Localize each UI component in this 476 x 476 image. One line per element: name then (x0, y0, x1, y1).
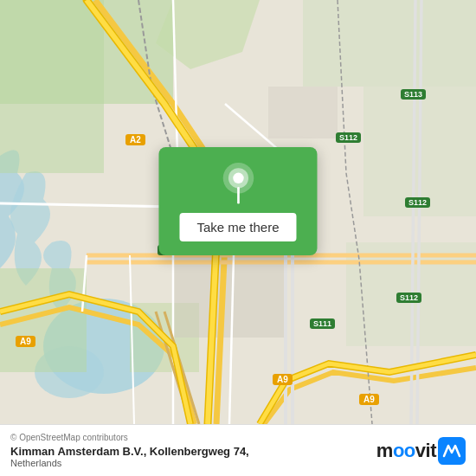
label-s112-2: S112 (405, 197, 430, 208)
footer-info: © OpenStreetMap contributors Kimman Amst… (10, 433, 376, 468)
label-a9-left: A9 (16, 336, 35, 347)
svg-rect-12 (268, 87, 338, 138)
label-a2: A2 (125, 134, 145, 145)
svg-rect-7 (303, 0, 476, 87)
take-me-there-button[interactable]: Take me there (179, 213, 296, 241)
location-card: Take me there (158, 147, 317, 255)
label-s112-3: S112 (396, 293, 421, 303)
moovit-text: moovit (376, 440, 436, 462)
location-country: Netherlands (10, 458, 376, 468)
moovit-logo: moovit (376, 437, 466, 465)
moovit-logo-icon (438, 437, 466, 465)
location-name: Kimman Amsterdam B.V., Kollenbergweg 74, (10, 445, 376, 458)
footer: © OpenStreetMap contributors Kimman Amst… (0, 424, 476, 476)
svg-point-15 (233, 173, 243, 183)
label-a9-bottom: A9 (273, 374, 293, 385)
osm-credit: © OpenStreetMap contributors (10, 433, 376, 442)
svg-rect-4 (0, 0, 104, 173)
location-pin-icon (217, 163, 259, 204)
map-container: A2 A9 A9 A9 N522 S111 S111 S112 S112 S11… (0, 0, 476, 424)
label-s112-1: S112 (336, 132, 361, 143)
label-s113: S113 (401, 89, 426, 100)
label-a9-bottom2: A9 (359, 394, 379, 405)
label-s111-2: S111 (310, 318, 335, 329)
